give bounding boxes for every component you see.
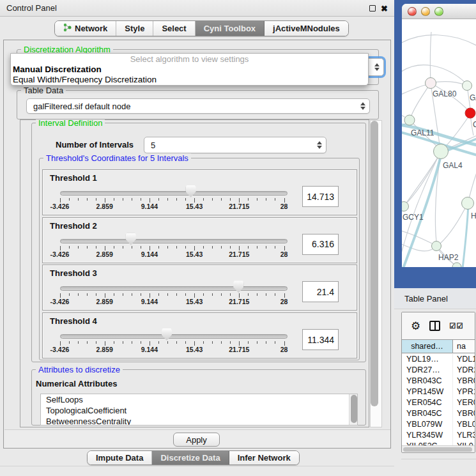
table-cell-name[interactable]: YBR0 bbox=[453, 408, 475, 419]
gear-icon[interactable]: ⚙ bbox=[411, 321, 420, 332]
slider-tick bbox=[248, 293, 249, 296]
table-row[interactable]: YBL079WYBL0 bbox=[402, 419, 475, 430]
table-cell-shared[interactable]: YER054C bbox=[402, 397, 453, 408]
top-tab-bar: NetworkStyleSelectCyni ToolboxjActiveMNo… bbox=[54, 20, 349, 36]
threshold-slider-thumb[interactable] bbox=[186, 185, 196, 197]
table-data-combo[interactable]: galFiltered.sif default node bbox=[26, 98, 370, 114]
slider-tick bbox=[257, 341, 257, 344]
table-cell-shared[interactable]: YBR045C bbox=[402, 408, 453, 419]
network-edge[interactable] bbox=[402, 35, 476, 47]
attribute-list-item[interactable]: BetweennessCentrality bbox=[41, 416, 357, 426]
network-node-gal4[interactable] bbox=[434, 144, 449, 159]
tab-label: Network bbox=[75, 24, 107, 33]
settings-scroll-viewport: Interval Definition Number of Intervals … bbox=[20, 119, 369, 427]
tab-jactivemnodules[interactable]: jActiveMNodules bbox=[265, 21, 348, 36]
float-panel-icon[interactable] bbox=[369, 5, 376, 12]
threshold-slider-track[interactable] bbox=[60, 239, 288, 243]
close-panel-icon[interactable]: ✖ bbox=[381, 4, 388, 13]
slider-tick bbox=[284, 198, 285, 203]
threshold-value-field[interactable]: 11.344 bbox=[302, 329, 339, 350]
bottom-tab-discretize-data[interactable]: Discretize Data bbox=[152, 451, 229, 464]
network-edge[interactable] bbox=[430, 32, 431, 83]
network-window-titlebar[interactable] bbox=[402, 4, 476, 19]
table-cell-name[interactable]: YBL0 bbox=[453, 419, 475, 430]
attributes-list-scrollbar[interactable] bbox=[349, 394, 357, 425]
network-node-gal80[interactable] bbox=[426, 78, 436, 89]
bottom-tab-infer-network[interactable]: Infer Network bbox=[229, 451, 299, 464]
threshold-panel: Threshold 2-3.4262.8599.14415.4321.71528… bbox=[42, 217, 357, 263]
network-node-hap2[interactable] bbox=[432, 242, 441, 251]
zoom-window-icon[interactable] bbox=[434, 7, 443, 16]
table-hscrollbar[interactable] bbox=[402, 445, 475, 452]
number-of-intervals-combo[interactable]: 5 bbox=[144, 137, 326, 153]
settings-scrollbar[interactable] bbox=[370, 120, 382, 427]
table-cell-name[interactable]: YLR3 bbox=[453, 430, 475, 441]
select-columns-icon[interactable]: ☑☑ bbox=[449, 321, 464, 330]
threshold-value-field[interactable]: 14.713 bbox=[302, 186, 339, 207]
threshold-value-field[interactable]: 21.4 bbox=[302, 281, 339, 302]
tab-select[interactable]: Select bbox=[153, 21, 195, 36]
tab-cyni-toolbox[interactable]: Cyni Toolbox bbox=[196, 21, 265, 36]
slider-tick bbox=[275, 341, 275, 344]
table-row[interactable]: YLR345WYLR3 bbox=[402, 430, 475, 441]
table-row[interactable]: YPR145WYPR1 bbox=[402, 387, 475, 397]
node-table: ⚙ ☑☑ shared… na YDL19…YDL1YDR27…YDR2YBR0… bbox=[401, 312, 475, 453]
network-edge[interactable] bbox=[440, 203, 468, 243]
attribute-list-item[interactable]: SelfLoops bbox=[41, 394, 357, 405]
slider-tick bbox=[167, 198, 168, 201]
threshold-slider-track[interactable] bbox=[60, 334, 288, 339]
table-cell-name[interactable]: YDL1 bbox=[453, 354, 475, 365]
apply-button[interactable]: Apply bbox=[173, 433, 220, 447]
table-row[interactable]: YER054CYER0 bbox=[402, 397, 475, 408]
network-node-gal11[interactable] bbox=[404, 115, 415, 125]
tab-style[interactable]: Style bbox=[116, 21, 153, 36]
threshold-slider-track[interactable] bbox=[60, 286, 288, 291]
table-cell-shared[interactable]: YLR345W bbox=[402, 430, 453, 441]
table-row[interactable]: YBR045CYBR0 bbox=[402, 408, 475, 419]
network-edge-highlighted[interactable] bbox=[463, 203, 468, 267]
threshold-slider-thumb[interactable] bbox=[126, 233, 136, 245]
threshold-slider-thumb[interactable] bbox=[233, 280, 243, 293]
network-node-c[interactable] bbox=[465, 108, 475, 118]
split-columns-icon[interactable] bbox=[429, 321, 440, 331]
network-node-label: H bbox=[471, 211, 476, 220]
network-node-ga[interactable] bbox=[463, 81, 472, 91]
network-edge[interactable] bbox=[410, 83, 431, 119]
table-cell-shared[interactable]: YDR27… bbox=[402, 365, 453, 376]
table-row[interactable]: YDL19…YDL1 bbox=[402, 354, 475, 365]
table-header-name[interactable]: na bbox=[453, 340, 475, 353]
slider-tick bbox=[150, 293, 150, 298]
threshold-slider-thumb[interactable] bbox=[162, 328, 172, 341]
table-cell-name[interactable]: YER0 bbox=[453, 397, 475, 408]
network-edge[interactable] bbox=[402, 84, 428, 96]
table-row[interactable]: YBR043CYBR0 bbox=[402, 376, 475, 387]
threshold-value-field[interactable]: 6.316 bbox=[302, 234, 339, 255]
table-cell-shared[interactable]: YPR145W bbox=[402, 387, 453, 397]
slider-tick bbox=[114, 293, 114, 296]
network-node[interactable] bbox=[452, 263, 461, 267]
table-cell-name[interactable]: YPR1 bbox=[453, 387, 475, 397]
attribute-list-item[interactable]: TopologicalCoefficient bbox=[41, 405, 357, 416]
bottom-tab-impute-data[interactable]: Impute Data bbox=[88, 451, 152, 464]
tab-network[interactable]: Network bbox=[55, 21, 116, 36]
table-cell-shared[interactable]: YBL079W bbox=[402, 419, 453, 430]
network-canvas[interactable]: GAL80GACGAL11GAL4GCY1HHAP2 bbox=[402, 19, 476, 267]
network-edge[interactable] bbox=[402, 243, 433, 251]
minimize-window-icon[interactable] bbox=[421, 7, 430, 16]
close-window-icon[interactable] bbox=[408, 7, 417, 16]
settings-scrollbar-thumb[interactable] bbox=[371, 121, 378, 406]
table-cell-name[interactable]: YBR0 bbox=[453, 376, 475, 387]
network-node-h[interactable] bbox=[462, 197, 474, 210]
table-cell-shared[interactable]: YBR043C bbox=[402, 376, 453, 387]
algorithm-option-manual[interactable]: Manual Discretization bbox=[11, 65, 368, 75]
table-header-shared[interactable]: shared… bbox=[402, 340, 453, 353]
network-node-label: GA bbox=[470, 93, 476, 102]
numerical-attributes-list[interactable]: SelfLoopsTopologicalCoefficientBetweenne… bbox=[40, 394, 358, 426]
table-row[interactable]: YDR27…YDR2 bbox=[402, 365, 475, 376]
algorithm-option-equal-width[interactable]: Equal Width/Frequency Discretization bbox=[11, 75, 368, 85]
network-node-gcy1[interactable] bbox=[402, 202, 409, 211]
slider-tick bbox=[132, 293, 132, 296]
threshold-slider-track[interactable] bbox=[60, 191, 288, 196]
table-cell-name[interactable]: YDR2 bbox=[453, 365, 475, 376]
table-cell-shared[interactable]: YDL19… bbox=[402, 354, 453, 365]
